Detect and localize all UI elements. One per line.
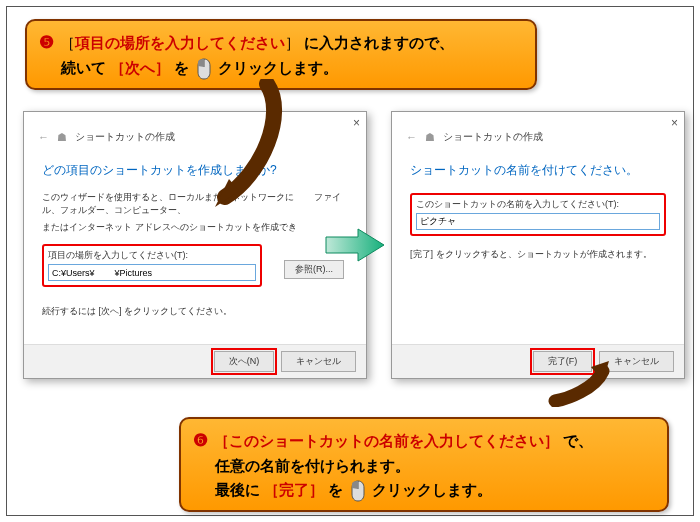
callout-step-6: ❻ ［このショートカットの名前を入力してください］ で、 任意の名前を付けられま… xyxy=(179,417,669,512)
back-icon[interactable]: ← xyxy=(406,131,417,143)
close-icon[interactable]: × xyxy=(353,116,360,130)
mouse-icon xyxy=(350,480,366,502)
next-button[interactable]: 次へ(N) xyxy=(214,351,275,372)
finish-button[interactable]: 完了(F) xyxy=(533,351,593,372)
cancel-button[interactable]: キャンセル xyxy=(281,351,356,372)
field-label: このショートカットの名前を入力してください(T): xyxy=(416,198,660,211)
step-number: ❻ xyxy=(193,431,208,450)
back-icon[interactable]: ← xyxy=(38,131,49,143)
dialog-footer: 次へ(N) キャンセル xyxy=(24,344,366,378)
dialog-footer: 完了(F) キャンセル xyxy=(392,344,684,378)
tutorial-frame: ❺ ［項目の場所を入力してください］ に入力されますので、 続いて ［次へ］ を… xyxy=(6,6,694,516)
dialog-description: このウィザードを使用すると、ローカルまたはネットワークに ファイル、フォルダー、… xyxy=(42,191,348,217)
location-field-group: 項目の場所を入力してください(T): xyxy=(42,244,262,287)
dialog-create-shortcut-name: × ← ☗ ショートカットの作成 ショートカットの名前を付けてください。 このシ… xyxy=(391,111,685,379)
dialog-header: ← ☗ ショートカットの作成 xyxy=(24,112,366,150)
dialog-header: ← ☗ ショートカットの作成 xyxy=(392,112,684,150)
finish-hint: [完了] をクリックすると、ショートカットが作成されます。 xyxy=(410,248,666,261)
sub-icon: ☗ xyxy=(425,131,435,144)
bracket-label: 項目の場所を入力してください xyxy=(75,34,285,51)
dialog-header-title: ショートカットの作成 xyxy=(443,130,543,144)
dialog-title: どの項目のショートカットを作成しますか? xyxy=(42,162,348,179)
callout-step-5: ❺ ［項目の場所を入力してください］ に入力されますので、 続いて ［次へ］ を… xyxy=(25,19,537,90)
dialog-title: ショートカットの名前を付けてください。 xyxy=(410,162,666,179)
name-field-group: このショートカットの名前を入力してください(T): xyxy=(410,193,666,236)
dialog-create-shortcut-location: × ← ☗ ショートカットの作成 どの項目のショートカットを作成しますか? この… xyxy=(23,111,367,379)
continue-hint: 続行するには [次へ] をクリックしてください。 xyxy=(42,305,348,318)
dialog-header-title: ショートカットの作成 xyxy=(75,130,175,144)
bracket-label: このショートカットの名前を入力してください xyxy=(229,432,544,449)
location-input[interactable] xyxy=(48,264,256,281)
sub-icon: ☗ xyxy=(57,131,67,144)
cancel-button[interactable]: キャンセル xyxy=(599,351,674,372)
close-icon[interactable]: × xyxy=(671,116,678,130)
name-input[interactable] xyxy=(416,213,660,230)
mouse-icon xyxy=(196,58,212,80)
step-number: ❺ xyxy=(39,33,54,52)
field-label: 項目の場所を入力してください(T): xyxy=(48,249,256,262)
arrow-right-icon xyxy=(324,227,386,263)
